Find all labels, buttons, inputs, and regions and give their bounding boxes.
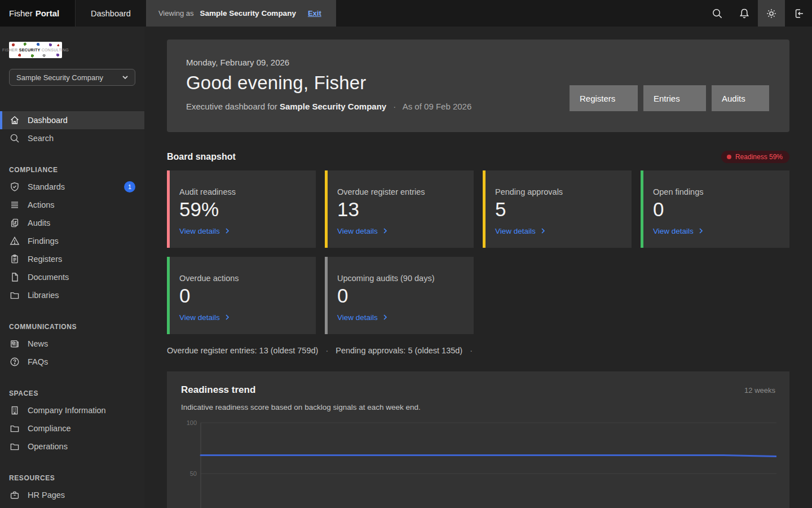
home-icon xyxy=(9,115,20,126)
sidebar-item-standards[interactable]: Standards 1 xyxy=(0,178,144,196)
theme-toggle-button[interactable] xyxy=(758,0,785,27)
folder-icon xyxy=(9,441,20,452)
sidebar-item-news[interactable]: News xyxy=(0,335,144,353)
svg-text:50: 50 xyxy=(190,470,197,477)
snapshot-cards-grid: Audit readiness 59% View details Overdue… xyxy=(167,170,789,334)
sidebar-item-compliance-space[interactable]: Compliance xyxy=(0,419,144,437)
chevron-right-icon xyxy=(698,227,704,234)
board-snapshot-header: Board snapshot Readiness 59% xyxy=(167,151,789,163)
company-logo: FISHER SECURITY CONSULTING xyxy=(9,42,62,58)
help-circle-icon xyxy=(9,356,20,367)
logout-icon xyxy=(793,8,804,19)
search-icon xyxy=(9,133,20,144)
sidebar-item-search[interactable]: Search xyxy=(0,129,144,147)
sidebar-item-company-information[interactable]: Company Information xyxy=(0,401,144,419)
search-icon xyxy=(712,8,723,19)
status-dot xyxy=(727,155,731,159)
view-details-link[interactable]: View details xyxy=(179,227,231,235)
folder-icon xyxy=(9,290,20,301)
sidebar-item-libraries[interactable]: Libraries xyxy=(0,286,144,304)
topbar-spacer xyxy=(336,0,704,27)
sidebar-item-faqs[interactable]: FAQs xyxy=(0,353,144,371)
exit-impersonation-link[interactable]: Exit xyxy=(308,9,321,17)
greeting-quick-actions: Registers Entries Audits xyxy=(570,85,769,111)
sidebar-item-findings[interactable]: Findings xyxy=(0,232,144,250)
view-details-link[interactable]: View details xyxy=(337,227,389,235)
building-icon xyxy=(9,405,20,416)
audits-button[interactable]: Audits xyxy=(712,85,769,111)
chevron-right-icon xyxy=(540,227,546,234)
bell-icon xyxy=(739,8,750,19)
main-content: Monday, February 09, 2026 Good evening, … xyxy=(144,27,812,508)
sidebar-item-registers[interactable]: Registers xyxy=(0,250,144,268)
trend-range-label: 12 weeks xyxy=(744,386,775,395)
sidebar-item-documents[interactable]: Documents xyxy=(0,268,144,286)
chevron-right-icon xyxy=(382,314,389,321)
sidebar: FISHER SECURITY CONSULTING Sample Securi… xyxy=(0,27,144,508)
sidebar-item-operations[interactable]: Operations xyxy=(0,437,144,456)
section-title-resources: RESOURCES xyxy=(9,474,135,482)
sidebar-item-audits[interactable]: Audits xyxy=(0,214,144,232)
sun-icon xyxy=(766,8,777,19)
notifications-button[interactable] xyxy=(731,0,758,27)
app-brand: Fisher Portal xyxy=(0,0,76,27)
card-pending-approvals: Pending approvals 5 View details xyxy=(483,170,632,248)
section-title-spaces: SPACES xyxy=(9,389,135,397)
chevron-right-icon xyxy=(382,227,389,234)
shield-check-icon xyxy=(9,181,20,192)
logo-text-consulting: CONSULTING xyxy=(42,48,69,52)
sidebar-item-hr-pages[interactable]: HR Pages xyxy=(0,486,144,504)
standards-badge: 1 xyxy=(124,181,135,192)
card-overdue-register-entries: Overdue register entries 13 View details xyxy=(325,170,474,248)
section-title-compliance: COMPLIANCE xyxy=(9,166,135,174)
view-details-link[interactable]: View details xyxy=(179,313,231,322)
company-selector[interactable]: Sample Security Company xyxy=(9,69,135,86)
folder-icon xyxy=(9,423,20,434)
card-audit-readiness: Audit readiness 59% View details xyxy=(167,170,316,248)
readiness-trend-card: Readiness trend 12 weeks Indicative read… xyxy=(167,371,789,508)
viewing-as-banner: Viewing as Sample Security Company Exit xyxy=(146,0,336,27)
chevron-right-icon xyxy=(224,314,231,321)
view-details-link[interactable]: View details xyxy=(337,313,389,322)
card-overdue-actions: Overdue actions 0 View details xyxy=(167,257,316,334)
logout-button[interactable] xyxy=(785,0,812,27)
greeting-company: Sample Security Company xyxy=(280,102,386,111)
summary-pending-approvals: Pending approvals: 5 (oldest 135d) xyxy=(336,346,462,355)
logo-text-fisher: FISHER xyxy=(2,48,17,52)
entries-button[interactable]: Entries xyxy=(643,85,706,111)
viewing-as-label: Viewing as xyxy=(158,9,194,17)
briefcase-icon xyxy=(9,489,20,501)
registers-button[interactable]: Registers xyxy=(570,85,638,111)
board-snapshot-title: Board snapshot xyxy=(167,152,236,162)
viewing-as-company: Sample Security Company xyxy=(200,9,296,17)
trend-title: Readiness trend xyxy=(181,384,255,396)
brand-second: Portal xyxy=(36,8,60,18)
card-open-findings: Open findings 0 View details xyxy=(641,170,789,248)
stacked-rows-icon xyxy=(9,199,20,211)
section-title-communications: COMMUNICATIONS xyxy=(9,323,135,331)
greeting-date: Monday, February 09, 2026 xyxy=(186,58,769,67)
summary-overdue-entries: Overdue register entries: 13 (oldest 759… xyxy=(167,346,318,355)
readiness-badge: Readiness 59% xyxy=(721,151,789,163)
backlog-summary-line: Overdue register entries: 13 (oldest 759… xyxy=(167,346,789,355)
clipboard-list-icon xyxy=(9,253,20,265)
readiness-trend-chart: 10050 xyxy=(181,418,776,508)
trend-subtitle: Indicative readiness score based on back… xyxy=(181,403,775,411)
warning-triangle-icon xyxy=(9,235,20,247)
sidebar-item-actions[interactable]: Actions xyxy=(0,196,144,214)
greeting-asof: As of 09 Feb 2026 xyxy=(403,102,472,111)
view-details-link[interactable]: View details xyxy=(653,227,704,235)
logo-text-security: SECURITY xyxy=(19,48,41,52)
card-upcoming-audits: Upcoming audits (90 days) 0 View details xyxy=(325,257,474,334)
newspaper-icon xyxy=(9,338,20,349)
search-button[interactable] xyxy=(704,0,731,27)
brand-first: Fisher xyxy=(9,8,33,18)
sidebar-item-dashboard[interactable]: Dashboard xyxy=(0,111,144,129)
greeting-card: Monday, February 09, 2026 Good evening, … xyxy=(167,40,789,132)
company-selector-value: Sample Security Company xyxy=(16,73,103,82)
chevron-down-icon xyxy=(121,73,129,81)
audit-copies-icon xyxy=(9,217,20,229)
document-icon xyxy=(9,271,20,283)
tab-dashboard[interactable]: Dashboard xyxy=(76,0,146,27)
view-details-link[interactable]: View details xyxy=(495,227,546,235)
